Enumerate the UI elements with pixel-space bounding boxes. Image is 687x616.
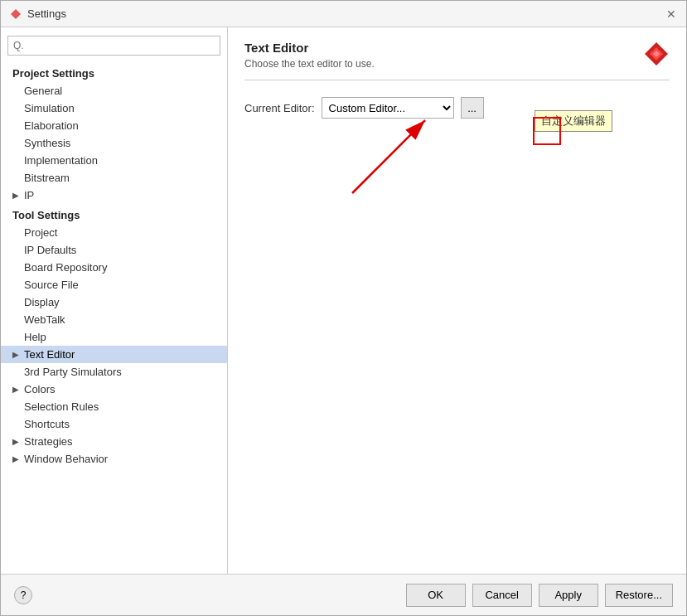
sidebar-item-colors[interactable]: ▶ Colors [1,381,227,398]
sidebar-item-strategies[interactable]: ▶ Strategies [1,433,227,450]
apply-button[interactable]: Apply [539,584,598,607]
cancel-button[interactable]: Cancel [472,584,532,607]
sidebar-item-ip[interactable]: ▶ IP [1,187,227,204]
footer: ? OK Cancel Apply Restore... [1,574,686,615]
sidebar-item-ip-defaults[interactable]: IP Defaults [1,241,227,259]
current-editor-select[interactable]: Custom Editor... [322,97,454,119]
text-editor-expand-arrow: ▶ [12,350,19,359]
sidebar-item-synthesis[interactable]: Synthesis [1,134,227,152]
sidebar-item-board-repository[interactable]: Board Repository [1,259,227,276]
sidebar-item-bitstream[interactable]: Bitstream [1,169,227,187]
restore-button[interactable]: Restore... [605,584,673,607]
sidebar-item-simulation[interactable]: Simulation [1,99,227,117]
sidebar-item-webtalk[interactable]: WebTalk [1,311,227,328]
main-panel: Text Editor Choose the text editor to us… [228,27,686,574]
sidebar-item-source-file[interactable]: Source File [1,276,227,293]
panel-title: Text Editor [244,41,670,55]
editor-label: Current Editor: [244,102,315,114]
strategies-expand-arrow: ▶ [12,437,19,446]
sidebar-item-selection-rules[interactable]: Selection Rules [1,398,227,415]
panel-divider [244,80,670,80]
vivado-logo [643,41,670,67]
tool-settings-header: Tool Settings [1,204,227,224]
sidebar-item-general[interactable]: General [1,82,227,99]
window-behavior-expand-arrow: ▶ [12,454,19,463]
colors-expand-arrow: ▶ [12,385,19,394]
search-input[interactable] [7,36,220,56]
browse-button[interactable]: ... [461,97,484,119]
editor-row: Current Editor: Custom Editor... ... [244,97,670,119]
svg-line-6 [352,120,425,193]
sidebar-item-help[interactable]: Help [1,328,227,346]
sidebar-item-text-editor[interactable]: ▶ Text Editor [1,346,227,363]
close-button[interactable]: ✕ [665,7,678,21]
browse-button-highlight [533,117,561,145]
sidebar-item-elaboration[interactable]: Elaboration [1,117,227,134]
settings-dialog: Settings ✕ Project Settings General Simu… [0,0,687,616]
content-area: Project Settings General Simulation Elab… [1,27,686,574]
sidebar: Project Settings General Simulation Elab… [1,27,228,574]
panel-subtitle: Choose the text editor to use. [244,58,670,70]
ok-button[interactable]: OK [406,584,466,607]
project-settings-header: Project Settings [1,62,227,82]
sidebar-item-3rd-party-simulators[interactable]: 3rd Party Simulators [1,363,227,381]
sidebar-item-implementation[interactable]: Implementation [1,152,227,169]
sidebar-item-window-behavior[interactable]: ▶ Window Behavior [1,450,227,468]
search-box [7,36,220,56]
sidebar-item-shortcuts[interactable]: Shortcuts [1,415,227,433]
title-bar: Settings ✕ [1,1,686,27]
dialog-title: Settings [27,7,66,20]
ip-expand-arrow: ▶ [12,191,19,200]
sidebar-item-project[interactable]: Project [1,224,227,241]
app-icon [9,7,22,21]
help-button[interactable]: ? [14,586,32,604]
sidebar-item-display[interactable]: Display [1,293,227,311]
